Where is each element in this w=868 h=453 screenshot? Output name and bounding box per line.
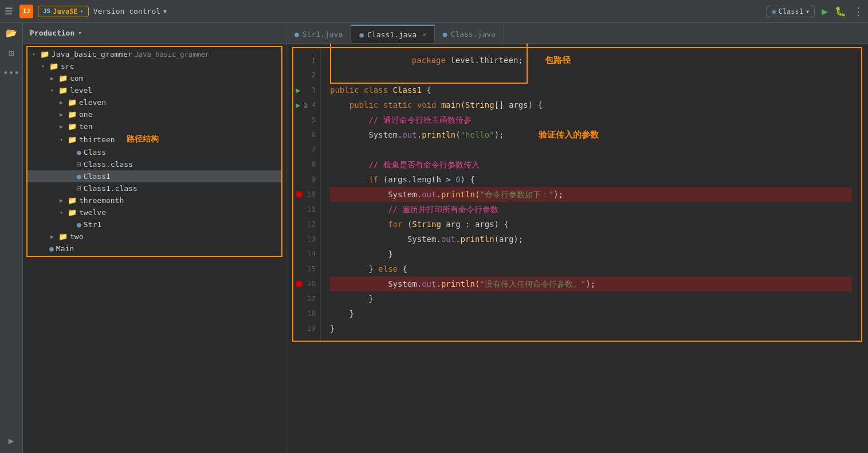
line-num-5: 5 [293,112,320,127]
package-box: package level.thirteen; [330,44,528,84]
class1-chevron-icon: ▾ [806,7,810,15]
code-line-11: // 遍历并打印所有命令行参数 [330,202,852,217]
code-line-5: // 通过命令行给主函数传参 [330,112,852,127]
header-chevron-icon: ▾ [78,29,82,37]
javase-dropdown[interactable]: JS JavaSE ▾ [38,6,89,17]
line-num-16: 16 [293,276,320,291]
top-bar: ☰ IJ JS JavaSE ▾ Version control ▾ ▣ Cla… [0,0,868,23]
tree-item-com[interactable]: ▶ 📁 com [28,72,281,84]
code-line-14: } [330,247,852,261]
annotation-package: 包路径 [545,53,571,68]
version-control-label: Version control [93,7,160,15]
logo: IJ [19,5,33,18]
sidebar-icons: 📂 ⊞ ••• ▶ [0,23,23,453]
class1-label: Class1 [779,7,803,15]
line-num-9: 9 [293,172,320,187]
line-num-6: 6 [293,127,320,142]
more-options-icon[interactable]: ⋮ [853,5,863,17]
code-lines: package level.thirteen; 包路径 public class… [321,48,861,341]
code-line-1: package level.thirteen; 包路径 [330,53,852,68]
line-num-13: 13 [293,232,320,247]
line-num-8: 8 [293,157,320,172]
file-tree: Production ▾ ▾ 📁 Java_basic_grammer Java… [23,23,286,453]
line-num-3: ▶ 3 [293,83,320,97]
code-line-8: // 检查是否有命令行参数传入 [330,157,852,172]
javase-chevron-icon: ▾ [80,8,84,14]
tree-item-src[interactable]: ▾ 📁 src [28,60,281,72]
code-line-7 [330,142,852,157]
line-num-10: 10 [293,187,320,202]
version-control-menu[interactable]: Version control ▾ [93,7,167,15]
line-num-4: ▶ 4 @ [293,97,320,112]
tab-str1[interactable]: ● Str1.java [286,25,351,43]
tree-item-eleven[interactable]: ▶ 📁 eleven [28,96,281,108]
run-button[interactable]: ▶ [822,5,828,17]
tree-item-class1-class[interactable]: ⊟ Class1.class [28,182,281,194]
class-indicator: ▣ [772,7,776,15]
editor-tabs: ● Str1.java ● Class1.java ✕ ● Class.java [286,23,868,44]
java-basic-grammer-label: Java_basic_grammer [52,50,132,58]
code-line-10: System.out.println("命令行参数如下："); [330,187,852,202]
code-line-12: for (String arg : args) { [330,217,852,232]
code-line-4: public static void main(String[] args) { [330,97,852,112]
code-line-19: } [330,321,852,336]
code-line-18: } [330,306,852,321]
tree-item-threemonth[interactable]: ▶ 📁 threemonth [28,194,281,206]
tree-item-one[interactable]: ▶ 📁 one [28,108,281,120]
tree-item-ten[interactable]: ▶ 📁 ten [28,120,281,132]
tab-class[interactable]: ● Class.java [435,25,504,43]
code-editor[interactable]: 1 2 ▶ 3 ▶ 4 @ 5 6 7 [286,44,868,453]
line-num-12: 12 [293,217,320,232]
line-num-2: 2 [293,68,320,83]
line-num-1: 1 [293,53,320,68]
code-line-6: System.out.println("hello"); 验证传入的参数 [330,127,852,142]
close-tab-icon[interactable]: ✕ [422,31,426,38]
version-control-chevron-icon: ▾ [163,7,167,15]
line-num-19: 19 [293,321,320,336]
line-num-15: 15 [293,261,320,276]
code-line-17: } [330,291,852,306]
line-num-17: 17 [293,291,320,306]
tree-item-level[interactable]: ▾ 📁 level [28,84,281,96]
annotation-verify: 验证传入的参数 [539,127,599,142]
line-num-18: 18 [293,306,320,321]
line-num-7: 7 [293,142,320,157]
class1-badge[interactable]: ▣ Class1 ▾ [767,6,815,17]
tree-item-main[interactable]: ● Main [28,243,281,255]
tree-item-str1[interactable]: ● Str1 [28,218,281,231]
code-line-3: public class Class1 { [330,83,852,97]
more-tools-icon[interactable]: ••• [3,68,19,79]
code-line-15: } else { [330,261,852,276]
structure-icon[interactable]: ⊞ [9,48,14,58]
run-gutter-3: ▶ [296,83,300,97]
line-numbers: 1 2 ▶ 3 ▶ 4 @ 5 6 7 [293,48,321,341]
javase-label: JavaSE [53,7,77,15]
breakpoint-10[interactable] [296,191,303,198]
line-num-14: 14 [293,247,320,261]
path-structure-box: ▾ 📁 Java_basic_grammer Java_basic_gramme… [26,46,282,257]
code-line-16: System.out.println("没有传入任何命令行参数。"); [330,276,852,291]
editor-area: ● Str1.java ● Class1.java ✕ ● Class.java [286,23,868,453]
project-icon[interactable]: 📂 [6,28,17,38]
tree-item-class1[interactable]: ● Class1 [28,170,281,182]
tab-class1[interactable]: ● Class1.java ✕ [351,25,435,43]
at-symbol-4: @ [304,97,308,112]
debug-icon[interactable]: 🐛 [835,6,846,17]
file-tree-header: Production ▾ [23,23,286,44]
tree-item-java-basic-grammer[interactable]: ▾ 📁 Java_basic_grammer Java_basic_gramme… [28,48,281,60]
tree-item-class[interactable]: ● Class [28,146,281,158]
tree-item-thirteen[interactable]: ▾ 📁 thirteen 路径结构 [28,132,281,146]
line-num-11: 11 [293,202,320,217]
production-label: Production [30,29,74,37]
tree-item-two[interactable]: ▶ 📁 two [28,231,281,243]
run-gutter-4: ▶ [296,97,300,112]
tree-item-class-class[interactable]: ⊟ Class.class [28,158,281,170]
code-line-13: System.out.println(arg); [330,232,852,247]
breakpoint-16[interactable] [296,280,303,287]
run-configurations-icon[interactable]: ▶ [9,435,14,446]
code-line-9: if (args.length > 0) { [330,172,852,187]
hamburger-icon[interactable]: ☰ [5,6,13,17]
tree-item-twelve[interactable]: ▾ 📁 twelve [28,206,281,218]
code-orange-border: 1 2 ▶ 3 ▶ 4 @ 5 6 7 [292,47,862,342]
